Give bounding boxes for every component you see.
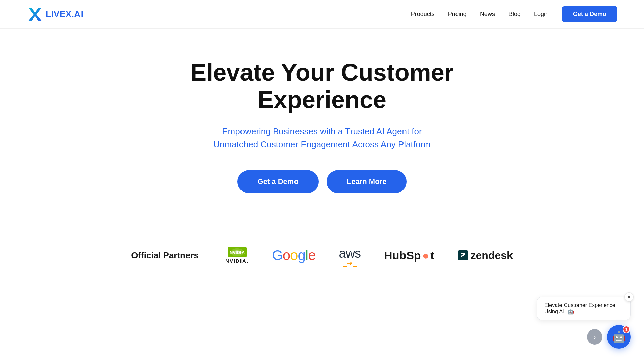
chat-bubble-wrap: ✕ Elevate Customer Experience Using AI. …: [537, 297, 631, 320]
chat-close-button[interactable]: ✕: [624, 292, 634, 302]
hubspot-text-end: t: [430, 249, 434, 262]
aws-logo: aws ⎯➔⎯: [339, 247, 361, 264]
partners-section: Official Partners NVIDIA NVIDIA. Google …: [0, 240, 644, 284]
nav-links: Products Pricing News Blog Login Get a D…: [411, 6, 617, 22]
nav-login[interactable]: Login: [534, 11, 549, 18]
nvidia-eye-icon: NVIDIA: [228, 247, 247, 257]
zendesk-logo: zendesk: [458, 247, 513, 264]
logo-text: LIVEX.AI: [46, 9, 83, 19]
hubspot-dot-icon: ●: [422, 249, 429, 262]
hero-buttons: Get a Demo Learn More: [237, 170, 407, 193]
hero-section: Elevate Your Customer Experience Empower…: [0, 29, 644, 240]
chat-fab-icon: 🤖: [612, 330, 626, 343]
hero-get-demo-button[interactable]: Get a Demo: [237, 170, 319, 193]
chat-message-bubble: ✕ Elevate Customer Experience Using AI. …: [537, 297, 631, 320]
svg-text:NVIDIA: NVIDIA: [230, 250, 245, 255]
hero-learn-more-button[interactable]: Learn More: [327, 170, 407, 193]
zendesk-z-icon: [458, 250, 468, 260]
nvidia-label: NVIDIA.: [225, 258, 249, 264]
hubspot-text: HubSp: [384, 249, 421, 262]
svg-marker-3: [461, 253, 465, 257]
partners-label: Official Partners: [131, 250, 199, 261]
nvidia-logo: NVIDIA NVIDIA.: [225, 247, 249, 264]
aws-text: aws: [339, 247, 361, 260]
partner-logos: NVIDIA NVIDIA. Google aws ⎯➔⎯ HubSp ● t: [225, 247, 513, 264]
chat-fab-button[interactable]: 🤖 1: [607, 325, 631, 349]
nav-products[interactable]: Products: [411, 11, 435, 18]
logo[interactable]: LIVEX.AI: [27, 6, 83, 22]
zendesk-text: zendesk: [471, 249, 513, 262]
svg-marker-1: [28, 8, 42, 21]
aws-arrow-icon: ⎯➔⎯: [343, 260, 357, 266]
chat-chevron-button[interactable]: ›: [587, 329, 602, 345]
chat-widget: ✕ Elevate Customer Experience Using AI. …: [537, 297, 631, 349]
chat-badge: 1: [623, 326, 630, 333]
chat-message-text: Elevate Customer Experience Using AI. 🤖: [544, 302, 615, 314]
hero-title: Elevate Your Customer Experience: [138, 59, 506, 113]
hubspot-logo: HubSp ● t: [384, 247, 434, 264]
nav-news[interactable]: News: [480, 11, 495, 18]
hero-subtitle: Empowering Businesses with a Trusted AI …: [213, 125, 430, 151]
logo-icon: [27, 6, 43, 22]
nav-pricing[interactable]: Pricing: [448, 11, 467, 18]
nav-blog[interactable]: Blog: [508, 11, 521, 18]
chat-fab-row: › 🤖 1: [587, 325, 631, 349]
nav-get-demo-button[interactable]: Get a Demo: [562, 6, 617, 22]
google-logo: Google: [272, 247, 315, 264]
navbar: LIVEX.AI Products Pricing News Blog Logi…: [0, 0, 644, 29]
